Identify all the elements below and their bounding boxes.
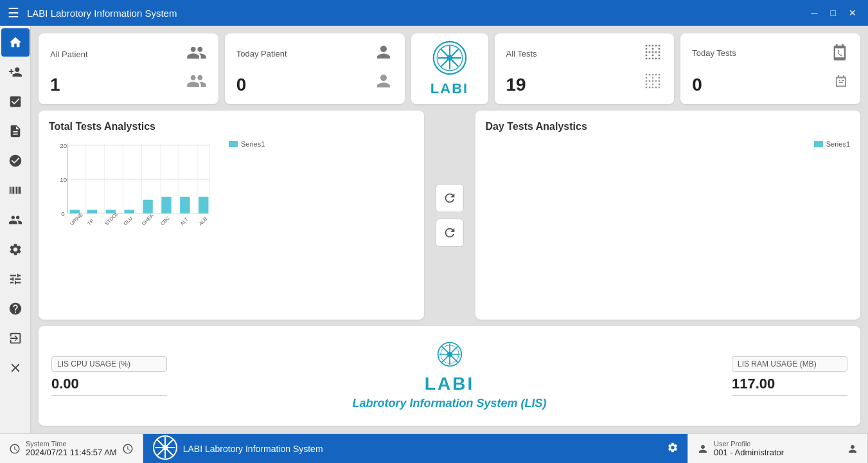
window-controls: ─ □ ✕ [808,6,860,19]
active-task-section[interactable]: LABI Labrotory Information System [143,434,688,463]
cpu-usage-section: LIS CPU USAGE (%) 0.00 [51,356,308,395]
svg-rect-26 [143,200,152,213]
sidebar-item-export[interactable] [1,324,30,352]
svg-text:ALB: ALB [198,216,209,227]
svg-text:URINE: URINE [69,212,84,226]
today-patient-value: 0 [236,75,247,95]
today-tests-icon [831,42,849,63]
cpu-usage-label: LIS CPU USAGE (%) [51,356,167,372]
all-tests-label: All Tests [506,49,537,59]
task-logo [152,435,178,463]
labi-subtitle: Labrotory Information System (LIS) [352,397,546,410]
refresh-day-tests-button[interactable] [436,219,464,247]
day-legend-label: Series1 [826,140,850,148]
all-tests-icon [643,42,662,64]
all-tests-card: All Tests 19 [495,33,675,104]
today-patient-label: Today Patient [236,49,287,59]
today-tests-value: 0 [692,75,702,95]
sidebar-item-report[interactable] [1,117,30,145]
clock-icon2 [122,443,134,455]
ram-usage-label: LIS RAM USAGE (MB) [732,356,847,372]
chart-with-axis: 20 10 0 [49,140,216,236]
svg-rect-23 [87,210,97,213]
all-patient-icon2 [186,71,207,94]
ram-usage-section: LIS RAM USAGE (MB) 117.00 [590,356,847,395]
today-tests-card: Today Tests 0 [680,33,860,104]
all-patient-icon [186,42,207,66]
total-tests-chart-card: Total Tests Analystics 20 10 0 [39,111,424,320]
svg-text:GLU: GLU [122,215,134,227]
ram-usage-value: 117.00 [732,376,847,395]
labi-logo [432,41,467,78]
total-tests-svg: 20 10 0 [49,140,216,233]
svg-text:CBC: CBC [159,215,171,226]
system-time-label: System Time [26,440,117,448]
sidebar-item-filter[interactable] [1,265,30,293]
svg-rect-27 [161,197,171,213]
today-tests-icon2 [833,73,849,91]
today-tests-label: Today Tests [692,48,736,58]
all-tests-value: 19 [506,75,526,95]
labi-logo-card: LABI [411,33,488,104]
sidebar-item-help[interactable] [1,295,30,323]
svg-text:20: 20 [60,142,67,149]
day-tests-chart-title: Day Tests Analystics [486,121,851,132]
user-profile-section: User Profile 001 - Administrator [688,434,868,463]
labi-logo-large [437,341,463,370]
app-body: All Patient 1 Today Patient [0,26,868,433]
system-time-value: 2024/07/21 11:45:57 AM [26,448,117,457]
sidebar-item-home[interactable] [1,28,30,57]
refresh-total-tests-button[interactable] [436,184,464,212]
user-icon [697,443,709,455]
system-time-section: System Time 2024/07/21 11:45:57 AM [0,434,143,463]
charts-row: Total Tests Analystics 20 10 0 [39,111,860,320]
day-tests-chart-card: Day Tests Analystics Series1 [475,111,861,320]
title-bar: ☰ LABI Labrotory Information System ─ □ … [0,0,868,26]
svg-point-50 [163,445,168,450]
top-cards-row: All Patient 1 Today Patient [39,33,860,104]
svg-rect-25 [124,210,134,213]
svg-text:DHEA: DHEA [141,212,155,226]
today-patient-card: Today Patient 0 [225,33,405,104]
day-legend-color [814,141,823,147]
svg-text:ALT: ALT [179,216,190,226]
system-time-text: System Time 2024/07/21 11:45:57 AM [26,440,117,457]
total-tests-chart-title: Total Tests Analystics [49,121,414,132]
labi-logo-text: LABI [430,80,468,97]
all-patient-label: All Patient [50,50,88,59]
svg-text:TP: TP [86,218,94,226]
active-task-label: LABI Labrotory Information System [183,444,323,454]
sidebar-item-barcode[interactable] [1,176,30,204]
today-patient-icon2 [374,71,393,93]
svg-rect-29 [199,197,208,213]
refresh-buttons-container [430,111,469,320]
user-profile-value: 001 - Administrator [714,448,784,457]
center-logo: LABI Labrotory Information System (LIS) [321,341,578,410]
svg-point-44 [447,352,452,357]
sidebar-item-group[interactable] [1,206,30,234]
day-tests-legend-container: Series1 [486,140,851,148]
close-button[interactable]: ✕ [845,6,860,19]
status-bar: System Time 2024/07/21 11:45:57 AM LABI … [0,433,868,463]
menu-icon[interactable]: ☰ [8,5,19,21]
all-tests-icon2 [643,71,662,93]
user-icon2 [847,443,858,455]
day-tests-legend: Series1 [814,140,850,148]
labi-logo-text-large: LABI [425,374,474,394]
sidebar-item-checklist[interactable] [1,87,30,116]
app-title: LABI Labrotory Information System [27,8,800,19]
sidebar-item-add-user[interactable] [1,58,30,86]
sidebar-item-status[interactable] [1,147,30,175]
all-patient-value: 1 [50,75,60,95]
svg-text:10: 10 [60,176,67,183]
legend-label-1: Series1 [241,140,265,148]
legend-color-1 [229,141,238,147]
svg-rect-28 [180,197,190,213]
sidebar-item-close[interactable] [1,354,30,382]
cpu-usage-value: 0.00 [51,376,167,395]
sidebar [0,26,31,433]
clock-icon [9,443,21,455]
sidebar-item-settings[interactable] [1,235,30,264]
maximize-button[interactable]: □ [827,6,840,19]
minimize-button[interactable]: ─ [808,6,822,19]
